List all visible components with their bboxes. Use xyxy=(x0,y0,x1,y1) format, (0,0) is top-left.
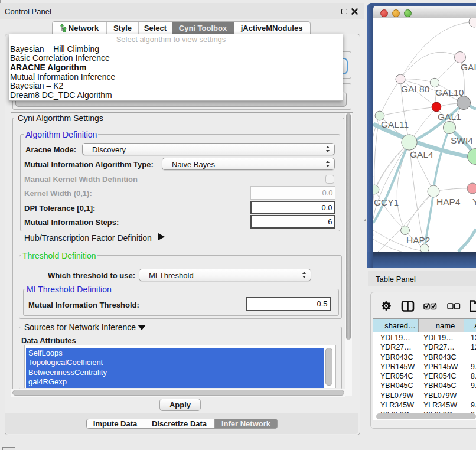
svg-text:HAP4: HAP4 xyxy=(436,197,461,207)
svg-text:GAL80: GAL80 xyxy=(401,84,430,94)
svg-text:GCY1: GCY1 xyxy=(374,197,399,207)
svg-text:GAL11: GAL11 xyxy=(381,119,409,129)
svg-text:SWI4: SWI4 xyxy=(451,135,473,145)
svg-text:Y: Y xyxy=(472,197,476,207)
svg-text:GAL4: GAL4 xyxy=(410,149,433,159)
svg-text:GAL1: GAL1 xyxy=(438,112,461,122)
svg-text:GAL10: GAL10 xyxy=(435,87,464,97)
svg-text:HAP2: HAP2 xyxy=(406,235,431,245)
svg-text:GAL7: GAL7 xyxy=(461,62,476,72)
